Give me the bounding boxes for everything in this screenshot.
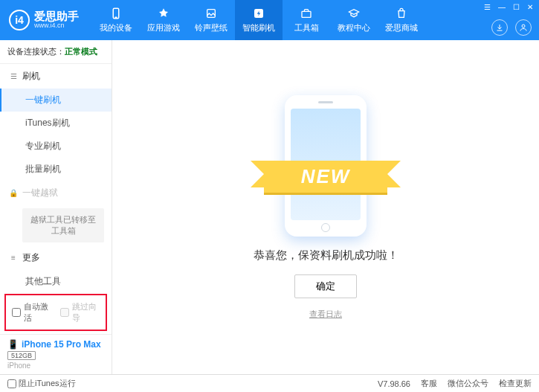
sidebar-item-other-tools[interactable]: 其他工具: [0, 270, 112, 293]
nav-apps[interactable]: 应用游戏: [140, 0, 187, 40]
logo-subtitle: www.i4.cn: [34, 22, 79, 30]
jailbreak-note: 越狱工具已转移至工具箱: [22, 208, 104, 242]
close-icon[interactable]: ✕: [527, 3, 533, 11]
device-storage: 512GB: [7, 351, 36, 360]
svg-point-5: [522, 25, 525, 28]
support-link[interactable]: 客服: [421, 378, 437, 389]
sidebar-item-batch-flash[interactable]: 批量刷机: [0, 158, 112, 181]
connection-status: 设备连接状态：正常模式: [0, 40, 112, 64]
ok-button[interactable]: 确定: [294, 274, 357, 298]
list-icon: ☰: [9, 72, 18, 80]
more-icon: ≡: [9, 254, 18, 262]
app-header: i4 爱思助手 www.i4.cn 我的设备 应用游戏 铃声壁纸 智能刷机 工具…: [0, 0, 539, 40]
maximize-icon[interactable]: ☐: [513, 3, 520, 11]
nav-tutorials[interactable]: 教程中心: [330, 0, 378, 40]
section-flash[interactable]: ☰刷机: [0, 64, 112, 89]
main-content: NEW 恭喜您，保资料刷机成功啦！ 确定 查看日志: [112, 40, 539, 374]
section-more[interactable]: ≡更多: [0, 245, 112, 270]
success-illustration: NEW: [285, 95, 367, 237]
auto-activate-checkbox[interactable]: 自动激活: [12, 301, 51, 324]
store-icon: [395, 7, 408, 20]
phone-icon: 📱: [7, 339, 19, 350]
top-nav: 我的设备 应用游戏 铃声壁纸 智能刷机 工具箱 教程中心 爱思商城: [92, 0, 425, 40]
menu-icon[interactable]: ☰: [484, 3, 491, 11]
connected-device[interactable]: 📱iPhone 15 Pro Max 512GB iPhone: [0, 334, 112, 374]
new-ribbon: NEW: [264, 161, 387, 193]
sidebar-item-oneclick-flash[interactable]: 一键刷机: [0, 89, 112, 112]
lock-icon: 🔒: [9, 189, 18, 197]
section-jailbreak: 🔒一键越狱: [0, 181, 112, 205]
minimize-icon[interactable]: —: [498, 3, 506, 11]
logo: i4 爱思助手 www.i4.cn: [9, 10, 92, 30]
success-message: 恭喜您，保资料刷机成功啦！: [254, 248, 398, 263]
device-type: iPhone: [7, 362, 104, 370]
nav-flash[interactable]: 智能刷机: [235, 0, 283, 40]
status-bar: 阻止iTunes运行 V7.98.66 客服 微信公众号 检查更新: [0, 374, 539, 392]
apps-icon: [157, 7, 170, 20]
flash-icon: [252, 7, 265, 20]
logo-icon: i4: [9, 10, 30, 30]
nav-toolbox[interactable]: 工具箱: [283, 0, 330, 40]
window-controls: ☰ — ☐ ✕: [484, 3, 533, 11]
sidebar-item-pro-flash[interactable]: 专业刷机: [0, 135, 112, 158]
nav-my-device[interactable]: 我的设备: [92, 0, 140, 40]
nav-store[interactable]: 爱思商城: [378, 0, 425, 40]
svg-rect-4: [302, 11, 311, 17]
sidebar-item-itunes-flash[interactable]: iTunes刷机: [0, 112, 112, 135]
tutorial-icon: [347, 7, 361, 20]
wechat-link[interactable]: 微信公众号: [448, 378, 488, 389]
nav-ringtones[interactable]: 铃声壁纸: [187, 0, 235, 40]
flash-options: 自动激活 跳过向导: [4, 294, 107, 331]
download-button[interactable]: [491, 19, 508, 36]
svg-rect-2: [207, 10, 216, 18]
device-icon: [109, 7, 123, 20]
view-log-link[interactable]: 查看日志: [309, 309, 342, 320]
version-label: V7.98.66: [378, 379, 410, 388]
skip-guide-checkbox[interactable]: 跳过向导: [60, 301, 100, 324]
check-update-link[interactable]: 检查更新: [499, 378, 532, 389]
wallpaper-icon: [204, 7, 218, 20]
logo-title: 爱思助手: [34, 10, 79, 22]
sidebar: 设备连接状态：正常模式 ☰刷机 一键刷机 iTunes刷机 专业刷机 批量刷机 …: [0, 40, 112, 374]
toolbox-icon: [300, 7, 313, 20]
user-button[interactable]: [515, 19, 532, 36]
block-itunes-checkbox[interactable]: 阻止iTunes运行: [7, 378, 76, 389]
